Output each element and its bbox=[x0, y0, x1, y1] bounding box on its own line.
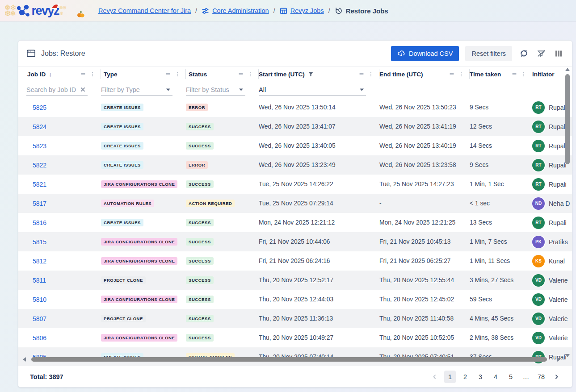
breadcrumb-revyz-jobs-link[interactable]: Revyz Jobs bbox=[280, 7, 324, 15]
table-row: 5812JIRA CONFIGURATIONS CLONESUCCESSFri,… bbox=[18, 251, 572, 271]
job-id-link[interactable]: 5817 bbox=[26, 200, 46, 207]
time-taken-cell: 13 Secs bbox=[470, 219, 532, 226]
job-id-link[interactable]: 5807 bbox=[26, 315, 46, 322]
column-menu-icon[interactable] bbox=[368, 71, 374, 77]
column-menu-icon[interactable] bbox=[89, 71, 96, 77]
type-badge: PROJECT CLONE bbox=[101, 276, 146, 284]
column-header-type[interactable]: Type bbox=[101, 67, 186, 82]
drag-handle-icon[interactable] bbox=[511, 71, 517, 77]
type-filter-select[interactable]: Filter by Type bbox=[101, 83, 172, 96]
horizontal-scrollbar-thumb[interactable] bbox=[31, 357, 547, 362]
download-csv-button[interactable]: Download CSV bbox=[391, 46, 459, 61]
job-id-link[interactable]: 5810 bbox=[26, 296, 46, 303]
status-filter-select[interactable]: Filter by Status bbox=[186, 83, 245, 96]
drag-handle-icon[interactable] bbox=[238, 71, 244, 77]
page-button[interactable]: 5 bbox=[505, 371, 517, 383]
column-header-job-id[interactable]: Job ID ↓ bbox=[26, 67, 101, 82]
cloud-download-icon bbox=[397, 50, 405, 58]
drag-handle-icon[interactable] bbox=[358, 71, 365, 77]
drag-handle-icon[interactable] bbox=[80, 71, 86, 77]
horizontal-scrollbar[interactable] bbox=[23, 357, 560, 362]
job-id-link[interactable]: 5824 bbox=[26, 123, 46, 130]
scroll-up-arrow-icon[interactable] bbox=[565, 68, 570, 71]
time-taken-cell: 3 Mins, 27 Secs bbox=[470, 277, 532, 284]
scroll-down-arrow-icon[interactable] bbox=[565, 354, 570, 357]
page-ellipsis: … bbox=[520, 371, 532, 383]
vertical-scrollbar-thumb[interactable] bbox=[565, 74, 570, 164]
job-id-link[interactable]: 5825 bbox=[26, 104, 46, 111]
table-row: 5823CREATE ISSUESSUCCESSWed, 26 Nov 2025… bbox=[18, 136, 572, 155]
table-row: 5822CREATE ISSUESERRORWed, 26 Nov 2025 1… bbox=[18, 155, 572, 175]
status-badge: SUCCESS bbox=[186, 238, 214, 246]
page-button[interactable]: 78 bbox=[535, 371, 547, 383]
table-row: 5815JIRA CONFIGURATIONS CLONESUCCESSFri,… bbox=[18, 232, 572, 251]
type-badge: JIRA CONFIGURATIONS CLONE bbox=[101, 296, 177, 303]
header-icons bbox=[165, 71, 186, 77]
page-button[interactable]: 3 bbox=[475, 371, 486, 383]
job-id-link[interactable]: 5811 bbox=[26, 277, 46, 284]
table-header: Job ID ↓ Type Status Start time (UTC) bbox=[18, 67, 572, 82]
status-badge: SUCCESS bbox=[186, 296, 214, 303]
sort-descending-icon[interactable]: ↓ bbox=[49, 71, 52, 78]
page-button[interactable]: 4 bbox=[490, 371, 501, 383]
breadcrumb-separator: / bbox=[195, 7, 197, 14]
scroll-right-arrow-icon[interactable] bbox=[557, 357, 560, 362]
reset-filters-button[interactable]: Reset filters bbox=[465, 46, 512, 61]
column-header-status[interactable]: Status bbox=[186, 67, 259, 82]
start-time-filter-select[interactable]: All bbox=[259, 83, 366, 96]
column-header-end-time[interactable]: End time (UTC) bbox=[379, 67, 470, 82]
filter-applied-icon bbox=[308, 71, 314, 77]
toolbar-actions: Download CSV Reset filters bbox=[391, 46, 564, 61]
clear-filter-button[interactable] bbox=[536, 48, 547, 59]
page-button[interactable]: 1 bbox=[444, 371, 456, 383]
end-time-cell: Thu, 20 Nov 2025 12:45:02 bbox=[379, 296, 470, 303]
revyz-logo[interactable]: ❅❄❆❅ revyz ❅❆ ❄ bbox=[0, 3, 93, 18]
job-id-link[interactable]: 5815 bbox=[26, 238, 46, 246]
drag-handle-icon[interactable] bbox=[449, 71, 455, 77]
column-label: Status bbox=[189, 71, 207, 78]
next-page-button[interactable] bbox=[551, 371, 562, 383]
breadcrumb-core-administration-link[interactable]: Core Administration bbox=[202, 7, 269, 15]
job-id-link[interactable]: 5806 bbox=[26, 334, 46, 342]
column-header-time-taken[interactable]: Time taken bbox=[470, 67, 532, 82]
vertical-scrollbar[interactable] bbox=[565, 67, 571, 358]
job-id-link[interactable]: 5823 bbox=[26, 142, 46, 150]
job-id-search-placeholder: Search by Job ID bbox=[26, 86, 76, 93]
status-badge: SUCCESS bbox=[186, 219, 214, 226]
status-badge: ERROR bbox=[186, 104, 208, 111]
avatar: RT bbox=[532, 217, 545, 229]
download-csv-label: Download CSV bbox=[409, 50, 453, 57]
columns-button[interactable] bbox=[553, 48, 564, 59]
page-button[interactable]: 2 bbox=[459, 371, 471, 383]
initiator-name: Kunal bbox=[549, 258, 565, 265]
job-id-link[interactable]: 5816 bbox=[26, 219, 46, 226]
job-id-link[interactable]: 5821 bbox=[26, 181, 46, 188]
time-taken-cell: 12 Secs bbox=[470, 123, 532, 130]
job-id-search-input[interactable]: Search by Job ID bbox=[26, 83, 88, 96]
time-taken-cell: 2 Mins, 38 Secs bbox=[470, 334, 532, 341]
column-header-start-time[interactable]: Start time (UTC) bbox=[259, 67, 379, 82]
breadcrumb-home-link[interactable]: Revyz Command Center for Jira bbox=[98, 7, 191, 14]
time-taken-cell: 4 Mins, 45 Secs bbox=[470, 315, 532, 322]
status-badge: SUCCESS bbox=[186, 180, 214, 188]
job-id-link[interactable]: 5822 bbox=[26, 162, 46, 169]
scroll-left-arrow-icon[interactable] bbox=[23, 357, 26, 362]
column-menu-icon[interactable] bbox=[174, 71, 181, 77]
header-icons bbox=[511, 71, 532, 77]
total-count: Total: 3897 bbox=[30, 373, 63, 380]
job-id-link[interactable]: 5812 bbox=[26, 258, 46, 265]
column-menu-icon[interactable] bbox=[458, 71, 464, 77]
end-time-cell: Thu, 20 Nov 2025 12:55:44 bbox=[379, 277, 470, 284]
time-taken-cell: 1 Min, 7 Secs bbox=[470, 238, 532, 245]
table-row: 5811PROJECT CLONESUCCESSThu, 20 Nov 2025… bbox=[18, 271, 572, 290]
column-menu-icon[interactable] bbox=[247, 71, 253, 77]
start-time-cell: Thu, 20 Nov 2025 10:49:27 bbox=[259, 334, 379, 341]
status-badge: SUCCESS bbox=[186, 123, 214, 130]
status-badge: SUCCESS bbox=[186, 276, 214, 284]
previous-page-button[interactable] bbox=[429, 371, 441, 383]
drag-handle-icon[interactable] bbox=[165, 71, 171, 77]
column-menu-icon[interactable] bbox=[521, 71, 527, 77]
refresh-button[interactable] bbox=[518, 48, 530, 59]
clear-search-icon[interactable] bbox=[80, 87, 88, 92]
start-time-cell: Tue, 25 Nov 2025 07:29:14 bbox=[259, 200, 379, 207]
